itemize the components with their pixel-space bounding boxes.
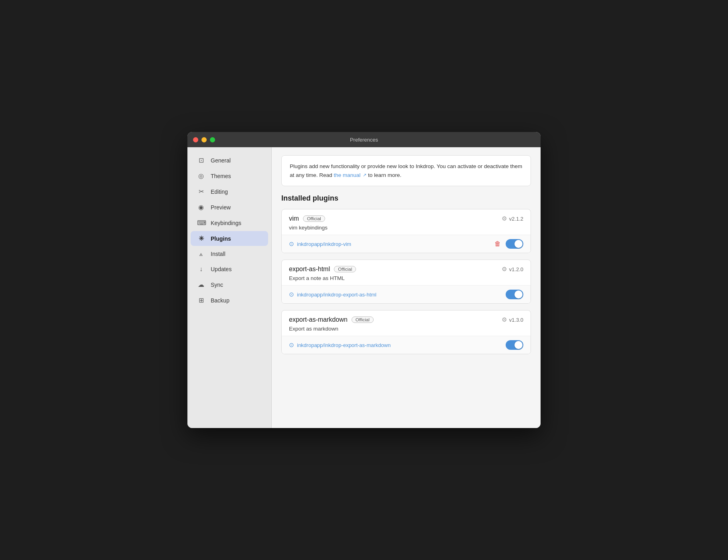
gear-icon: ⚙ bbox=[502, 316, 507, 323]
manual-link[interactable]: the manual ↗ bbox=[334, 172, 367, 178]
plugin-header-1: export-as-htmlOfficial⚙v1.2.0Export a no… bbox=[282, 260, 531, 286]
plugin-version-1: v1.2.0 bbox=[509, 266, 523, 272]
plugin-repo-link-0[interactable]: ⊙inkdropapp/inkdrop-vim bbox=[289, 240, 351, 248]
gear-icon: ⚙ bbox=[502, 215, 507, 222]
window-title: Preferences bbox=[350, 137, 378, 143]
plugin-toggle-2[interactable] bbox=[506, 340, 523, 350]
plugin-name-row-1: export-as-htmlOfficial⚙v1.2.0 bbox=[289, 266, 523, 273]
info-text-1: Plugins add new functionality or provide… bbox=[290, 163, 522, 178]
sidebar-item-updates[interactable]: ↓Updates bbox=[191, 262, 268, 276]
sidebar-label-backup: Backup bbox=[211, 297, 230, 304]
plugin-delete-0[interactable]: 🗑 bbox=[494, 240, 501, 248]
plugin-name-row-2: export-as-markdownOfficial⚙v1.3.0 bbox=[289, 316, 523, 323]
sync-icon: ☁ bbox=[197, 281, 205, 288]
sidebar-label-keybindings: Keybindings bbox=[211, 220, 241, 226]
sidebar-item-backup[interactable]: ⊞Backup bbox=[191, 293, 268, 308]
info-box: Plugins add new functionality or provide… bbox=[281, 155, 531, 186]
github-icon: ⊙ bbox=[289, 240, 294, 248]
install-icon: ⟁ bbox=[197, 250, 205, 258]
plugin-description-1: Export a note as HTML bbox=[289, 275, 523, 281]
plugin-badge-0: Official bbox=[303, 215, 325, 222]
sidebar-label-sync: Sync bbox=[211, 282, 223, 288]
sidebar-label-plugins: Plugins bbox=[211, 235, 231, 242]
main-content: Plugins add new functionality or provide… bbox=[272, 147, 541, 428]
sidebar-label-install: Install bbox=[211, 251, 226, 257]
plugin-card: export-as-markdownOfficial⚙v1.3.0Export … bbox=[281, 310, 531, 354]
sidebar-item-sync[interactable]: ☁Sync bbox=[191, 277, 268, 292]
gear-icon: ⚙ bbox=[502, 266, 507, 273]
plugin-repo-text-0: inkdropapp/inkdrop-vim bbox=[297, 241, 351, 247]
sidebar-label-general: General bbox=[211, 157, 231, 164]
sidebar-item-general[interactable]: ⊡General bbox=[191, 153, 268, 168]
plugin-badge-2: Official bbox=[352, 317, 374, 323]
section-title: Installed plugins bbox=[281, 194, 531, 203]
plugin-footer-2: ⊙inkdropapp/inkdrop-export-as-markdown bbox=[282, 336, 531, 354]
plugin-badge-1: Official bbox=[334, 266, 356, 272]
sidebar-label-themes: Themes bbox=[211, 173, 231, 179]
sidebar-label-editing: Editing bbox=[211, 189, 228, 195]
plugin-footer-1: ⊙inkdropapp/inkdrop-export-as-html bbox=[282, 286, 531, 303]
sidebar-item-plugins[interactable]: ✳Plugins bbox=[191, 231, 268, 246]
plugin-description-2: Export as markdown bbox=[289, 326, 523, 332]
general-icon: ⊡ bbox=[197, 156, 205, 164]
sidebar-item-keybindings[interactable]: ⌨Keybindings bbox=[191, 215, 268, 230]
keybindings-icon: ⌨ bbox=[197, 219, 205, 227]
plugin-header-0: vimOfficial⚙v2.1.2vim keybindings bbox=[282, 209, 531, 235]
sidebar-item-themes[interactable]: ◎Themes bbox=[191, 168, 268, 183]
plugin-description-0: vim keybindings bbox=[289, 225, 523, 231]
plugin-repo-link-1[interactable]: ⊙inkdropapp/inkdrop-export-as-html bbox=[289, 291, 376, 298]
plugin-name-0: vim bbox=[289, 215, 299, 222]
preview-icon: ◉ bbox=[197, 203, 205, 211]
plugin-name-2: export-as-markdown bbox=[289, 316, 348, 323]
external-link-icon: ↗ bbox=[363, 172, 366, 177]
updates-icon: ↓ bbox=[197, 266, 205, 273]
plugin-repo-text-1: inkdropapp/inkdrop-export-as-html bbox=[297, 292, 376, 298]
plugin-version-2: v1.3.0 bbox=[509, 317, 523, 323]
sidebar-label-preview: Preview bbox=[211, 204, 231, 211]
close-button[interactable] bbox=[193, 137, 198, 142]
plugins-list: vimOfficial⚙v2.1.2vim keybindings⊙inkdro… bbox=[281, 209, 531, 354]
minimize-button[interactable] bbox=[201, 137, 207, 142]
plugins-icon: ✳ bbox=[197, 235, 205, 242]
sidebar-label-updates: Updates bbox=[211, 266, 232, 272]
plugin-repo-text-2: inkdropapp/inkdrop-export-as-markdown bbox=[297, 342, 390, 348]
sidebar: ⊡General◎Themes✂Editing◉Preview⌨Keybindi… bbox=[187, 147, 272, 428]
plugin-card: export-as-htmlOfficial⚙v1.2.0Export a no… bbox=[281, 260, 531, 304]
github-icon: ⊙ bbox=[289, 291, 294, 298]
plugin-name-1: export-as-html bbox=[289, 266, 330, 273]
plugin-version-0: v2.1.2 bbox=[509, 216, 523, 222]
preferences-window: Preferences ⊡General◎Themes✂Editing◉Prev… bbox=[187, 132, 541, 428]
maximize-button[interactable] bbox=[210, 137, 215, 142]
github-icon: ⊙ bbox=[289, 341, 294, 349]
content-area: ⊡General◎Themes✂Editing◉Preview⌨Keybindi… bbox=[187, 147, 541, 428]
plugin-card: vimOfficial⚙v2.1.2vim keybindings⊙inkdro… bbox=[281, 209, 531, 253]
plugin-toggle-1[interactable] bbox=[506, 290, 523, 299]
plugin-header-2: export-as-markdownOfficial⚙v1.3.0Export … bbox=[282, 310, 531, 336]
info-text-2: to learn more. bbox=[366, 172, 401, 178]
sidebar-item-editing[interactable]: ✂Editing bbox=[191, 184, 268, 199]
plugin-repo-link-2[interactable]: ⊙inkdropapp/inkdrop-export-as-markdown bbox=[289, 341, 390, 349]
traffic-lights bbox=[193, 137, 215, 142]
titlebar: Preferences bbox=[187, 132, 541, 147]
plugin-toggle-0[interactable] bbox=[506, 239, 523, 249]
plugin-name-row-0: vimOfficial⚙v2.1.2 bbox=[289, 215, 523, 222]
themes-icon: ◎ bbox=[197, 172, 205, 180]
sidebar-item-preview[interactable]: ◉Preview bbox=[191, 200, 268, 215]
sidebar-item-install[interactable]: ⟁Install bbox=[191, 247, 268, 261]
editing-icon: ✂ bbox=[197, 188, 205, 195]
plugin-footer-0: ⊙inkdropapp/inkdrop-vim🗑 bbox=[282, 235, 531, 253]
backup-icon: ⊞ bbox=[197, 296, 205, 304]
